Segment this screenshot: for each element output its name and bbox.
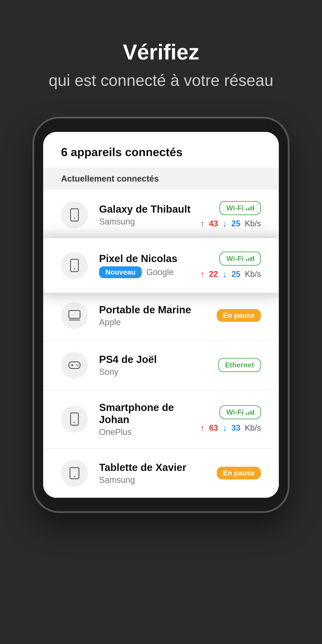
- device-item-galaxy-thibault[interactable]: Galaxy de Thibault Samsung Wi-Fi: [43, 190, 279, 240]
- wifi-bar-3: [250, 257, 252, 261]
- device-icon-circle: [61, 252, 88, 279]
- section-label: Actuellement connectés: [43, 168, 279, 190]
- wifi-bar-4: [253, 256, 254, 261]
- new-badge: Nouveau: [99, 266, 142, 278]
- phone-icon: [68, 259, 81, 272]
- device-item-tablette-xavier[interactable]: Tablette de Xavier Samsung En pause: [43, 448, 279, 498]
- phone-container: 6 appareils connectés Actuellement conne…: [27, 117, 295, 513]
- wifi-bars-icon: [246, 206, 254, 210]
- device-status: Ethernet: [218, 358, 261, 372]
- speed-up-value: 43: [209, 219, 218, 228]
- hero-title: Vérifiez: [22, 40, 300, 64]
- speed-down-value: 25: [232, 219, 240, 228]
- device-item-portable-marine[interactable]: Portable de Marine Apple En pause: [43, 291, 279, 340]
- phone-frame: 6 appareils connectés Actuellement conne…: [32, 117, 290, 513]
- wifi-bar-2: [248, 208, 250, 210]
- arrow-down-icon: ↓: [222, 423, 227, 433]
- wifi-bars-icon: [246, 410, 254, 415]
- svg-rect-2: [71, 259, 78, 272]
- arrow-up-icon: ↑: [200, 269, 204, 279]
- device-info: Smartphone de Johan OnePlus: [99, 402, 200, 437]
- svg-point-9: [76, 364, 77, 365]
- device-brand: Sony: [99, 367, 218, 377]
- device-status: Wi-Fi ↑ 22 ↓ 25: [200, 252, 261, 279]
- laptop-icon: [68, 309, 81, 322]
- arrow-down-icon: ↓: [222, 269, 227, 279]
- wifi-badge: Wi-Fi: [219, 405, 261, 419]
- device-status: En pause: [217, 309, 261, 322]
- hero-subtitle: qui est connecté à votre réseau: [22, 71, 300, 90]
- wifi-bar-2: [248, 258, 250, 261]
- wifi-badge-label: Wi-Fi: [226, 254, 244, 263]
- svg-rect-6: [69, 362, 80, 368]
- speed-down-value: 33: [232, 423, 240, 433]
- ethernet-badge: Ethernet: [218, 358, 261, 372]
- device-name: Pixel de Nicolas: [99, 252, 200, 264]
- device-icon-circle: [61, 352, 88, 378]
- wifi-bars-icon: [246, 256, 254, 261]
- wifi-badge: Wi-Fi: [219, 252, 261, 266]
- wifi-bar-1: [246, 209, 247, 210]
- device-info: PS4 de Joël Sony: [99, 353, 218, 377]
- svg-rect-0: [71, 209, 78, 221]
- device-icon-circle: [61, 406, 88, 432]
- card-header: 6 appareils connectés: [43, 132, 279, 168]
- device-name: Smartphone de Johan: [99, 402, 200, 426]
- gamepad-icon: [68, 358, 81, 372]
- device-name: PS4 de Joël: [99, 353, 218, 366]
- device-item-pixel-nicolas[interactable]: Pixel de Nicolas Nouveau Google Wi-Fi: [43, 238, 279, 293]
- device-brand: Samsung: [99, 475, 217, 485]
- device-status: Wi-Fi ↑ 63 ↓ 33: [200, 405, 261, 433]
- device-info: Portable de Marine Apple: [99, 304, 217, 327]
- app-card: 6 appareils connectés Actuellement conne…: [43, 132, 279, 498]
- device-info: Tablette de Xavier Samsung: [99, 461, 217, 485]
- device-brand: Apple: [99, 318, 217, 327]
- speed-unit: Kb/s: [245, 219, 261, 228]
- device-name: Tablette de Xavier: [99, 461, 217, 474]
- device-icon-circle: [61, 202, 88, 228]
- arrow-up-icon: ↑: [200, 423, 204, 433]
- device-item-ps4-joel[interactable]: PS4 de Joël Sony Ethernet: [43, 340, 279, 390]
- device-brand: Samsung: [99, 217, 200, 226]
- svg-point-10: [77, 365, 78, 366]
- wifi-badge-label: Wi-Fi: [226, 204, 244, 212]
- hero-section: Vérifiez qui est connecté à votre réseau: [0, 0, 322, 117]
- wifi-badge-label: Wi-Fi: [226, 408, 244, 416]
- device-brand: OnePlus: [99, 427, 200, 437]
- wifi-badge: Wi-Fi: [219, 201, 261, 215]
- device-brand-row: Nouveau Google: [99, 266, 200, 278]
- arrow-up-icon: ↑: [200, 219, 204, 229]
- device-name: Portable de Marine: [99, 304, 217, 316]
- device-icon-circle: [61, 460, 88, 486]
- device-icon-circle: [61, 302, 88, 329]
- device-count-label: 6 appareils connectés: [61, 145, 261, 159]
- speed-unit: Kb/s: [245, 270, 261, 279]
- device-brand: Google: [146, 268, 174, 277]
- phone-icon: [68, 412, 81, 426]
- device-list: Galaxy de Thibault Samsung Wi-Fi: [43, 190, 279, 498]
- wifi-bar-4: [253, 206, 254, 210]
- device-info: Galaxy de Thibault Samsung: [99, 203, 200, 226]
- device-status: En pause: [217, 467, 261, 480]
- wifi-bar-1: [246, 259, 247, 261]
- wifi-bar-1: [246, 413, 247, 415]
- arrow-down-icon: ↓: [222, 219, 227, 229]
- speed-row: ↑ 22 ↓ 25 Kb/s: [200, 269, 261, 279]
- pause-badge: En pause: [217, 467, 261, 480]
- wifi-bar-2: [248, 412, 250, 415]
- pause-badge: En pause: [217, 309, 261, 322]
- svg-rect-4: [69, 310, 80, 318]
- device-item-smartphone-johan[interactable]: Smartphone de Johan OnePlus Wi-Fi: [43, 390, 279, 448]
- wifi-bar-4: [253, 410, 254, 415]
- wifi-bar-3: [250, 411, 252, 415]
- phone-icon: [68, 208, 81, 222]
- speed-down-value: 25: [232, 270, 240, 279]
- tablet-icon: [68, 466, 81, 480]
- svg-rect-11: [71, 413, 78, 425]
- device-name: Galaxy de Thibault: [99, 203, 200, 215]
- device-status: Wi-Fi ↑ 43 ↓ 25: [200, 201, 261, 229]
- speed-row: ↑ 43 ↓ 25 Kb/s: [200, 219, 261, 229]
- speed-row: ↑ 63 ↓ 33 Kb/s: [200, 423, 261, 433]
- speed-unit: Kb/s: [245, 423, 261, 433]
- speed-up-value: 63: [209, 423, 218, 433]
